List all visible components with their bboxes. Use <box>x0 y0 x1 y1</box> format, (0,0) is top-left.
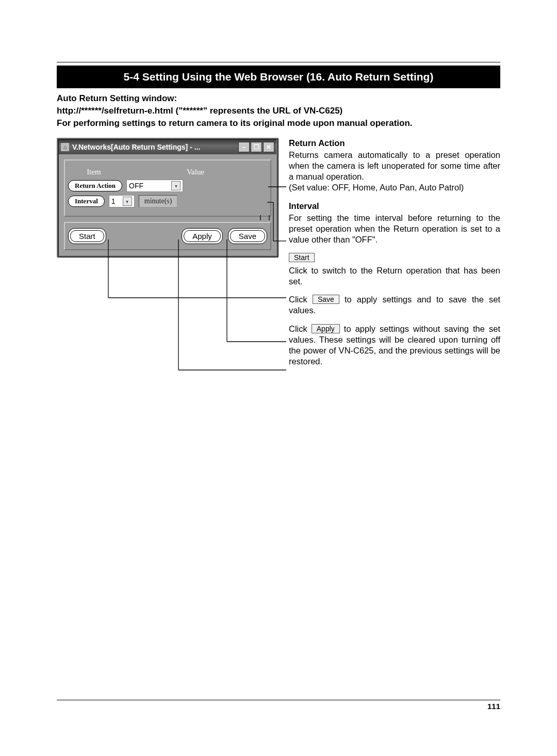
section-title: 5-4 Setting Using the Web Browser (16. A… <box>57 66 500 88</box>
page-number: 111 <box>487 702 500 711</box>
column-value: Value <box>124 168 267 176</box>
minimize-button[interactable]: – <box>238 142 250 152</box>
intro-line1: Auto Return Setting window: <box>57 93 500 104</box>
explanations: Return Action Returns camera automatical… <box>289 138 500 374</box>
explain-start: Start Click to switch to the Return oper… <box>289 252 500 287</box>
maximize-button[interactable]: ❐ <box>251 142 262 152</box>
return-action-select[interactable]: OFF ▾ <box>126 180 183 192</box>
explain-save: Click Save to apply settings and to save… <box>289 294 500 316</box>
iv-heading: Interval <box>289 201 500 212</box>
rule-bottom <box>57 700 500 700</box>
apply-button[interactable]: Apply <box>182 228 223 244</box>
column-item: Item <box>68 168 120 176</box>
save-button[interactable]: Save <box>228 228 267 244</box>
return-action-label: Return Action <box>68 180 122 191</box>
close-button[interactable]: ✕ <box>263 142 274 152</box>
save-pre: Click <box>289 295 313 304</box>
row-interval: Interval 1 ▾ minute(s) <box>68 195 267 207</box>
start-body: Click to switch to the Return operation … <box>289 265 500 287</box>
settings-panel: Item Value Return Action OFF ▾ Interval <box>64 159 271 217</box>
rule-top <box>57 62 500 62</box>
interval-label: Interval <box>68 196 105 207</box>
row-return-action: Return Action OFF ▾ <box>68 180 267 192</box>
save-minibtn: Save <box>313 295 339 304</box>
intro-block: Auto Return Setting window: http://*****… <box>57 93 500 128</box>
start-button[interactable]: Start <box>68 228 106 244</box>
apply-minibtn: Apply <box>312 324 340 333</box>
app-icon: ⌂ <box>61 143 69 151</box>
start-button-label: Start <box>70 230 104 242</box>
ra-heading: Return Action <box>289 138 500 149</box>
interval-unit: minute(s) <box>139 195 178 207</box>
explain-apply: Click Apply to apply settings without sa… <box>289 324 500 367</box>
ra-body2: (Set value: OFF, Home, Auto Pan, Auto Pa… <box>289 182 500 193</box>
apply-button-label: Apply <box>184 230 221 242</box>
save-button-label: Save <box>230 230 265 242</box>
explain-return-action: Return Action Returns camera automatical… <box>289 138 500 194</box>
interval-select[interactable]: 1 ▾ <box>109 195 135 207</box>
intro-line2: http://******/selfreturn-e.html ("******… <box>57 106 500 116</box>
window-titlebar: ⌂ V.Networks[Auto Return Settings] - ...… <box>59 140 276 154</box>
apply-pre: Click <box>289 324 312 333</box>
button-panel: Start Apply Save <box>64 222 271 250</box>
intro-line3: For performing settings to return camera… <box>57 118 500 128</box>
screenshot: ⌂ V.Networks[Auto Return Settings] - ...… <box>57 138 278 374</box>
iv-body: For setting the time interval before ret… <box>289 213 500 245</box>
interval-value: 1 <box>111 197 123 205</box>
start-minibtn: Start <box>289 253 315 262</box>
window-title: V.Networks[Auto Return Settings] - ... <box>72 143 238 151</box>
chevron-down-icon: ▾ <box>171 181 181 190</box>
explain-interval: Interval For setting the time interval b… <box>289 201 500 245</box>
chevron-down-icon: ▾ <box>123 197 132 206</box>
return-action-value: OFF <box>129 182 171 190</box>
ra-body1: Returns camera automatically to a preset… <box>289 150 500 182</box>
